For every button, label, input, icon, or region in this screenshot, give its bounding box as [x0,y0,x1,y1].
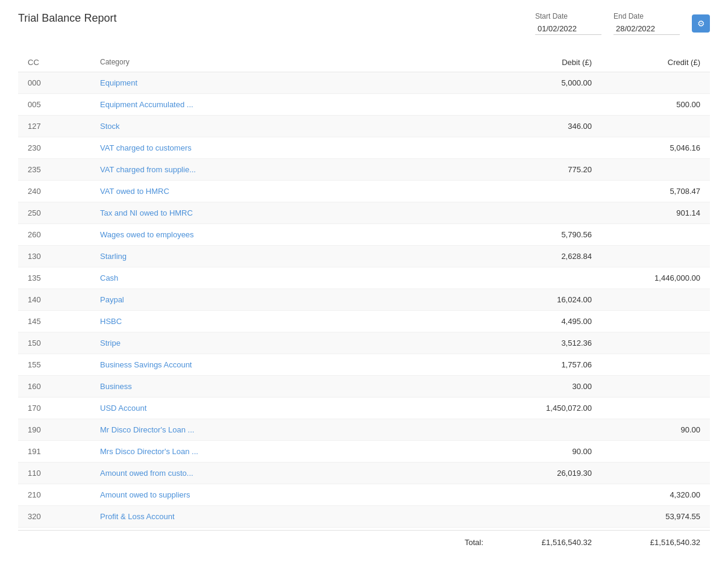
table-row: 005Equipment Accumulated ...500.00 [18,94,710,116]
row-cc: 005 [28,100,100,109]
row-cc: 230 [28,143,100,152]
row-category[interactable]: Amount owed to suppliers [100,490,483,499]
table-header: CC Category Debit (£) Credit (£) [18,53,710,72]
row-debit: 90.00 [483,447,592,456]
settings-button[interactable]: ⚙ [692,14,710,33]
row-debit: 5,790.56 [483,230,592,239]
row-cc: 000 [28,78,100,87]
row-cc: 260 [28,230,100,239]
footer-total-credit: £1,516,540.32 [592,538,700,547]
row-category[interactable]: Tax and NI owed to HMRC [100,208,483,217]
row-category[interactable]: Paypal [100,295,483,304]
row-cc: 170 [28,404,100,413]
row-debit: 30.00 [483,382,592,391]
page-title: Trial Balance Report [18,12,535,25]
table-row: 170USD Account1,450,072.00 [18,398,710,419]
table-row: 191Mrs Disco Director's Loan ...90.00 [18,441,710,463]
row-category[interactable]: Mr Disco Director's Loan ... [100,425,483,434]
table-row: 000Equipment5,000.00 [18,72,710,94]
gear-icon: ⚙ [697,19,705,28]
table-row: 210Amount owed to suppliers4,320.00 [18,484,710,506]
row-category[interactable]: Business Savings Account [100,360,483,369]
table-body: 000Equipment5,000.00005Equipment Accumul… [18,72,710,528]
row-cc: 110 [28,469,100,478]
row-debit: 1,757.06 [483,360,592,369]
row-category[interactable]: Starling [100,252,483,261]
row-category[interactable]: HSBC [100,317,483,326]
row-category[interactable]: VAT owed to HMRC [100,187,483,196]
table-row: 150Stripe3,512.36 [18,332,710,354]
row-category[interactable]: VAT charged from supplie... [100,165,483,174]
row-cc: 240 [28,187,100,196]
table-row: 127Stock346.00 [18,116,710,137]
row-cc: 150 [28,338,100,348]
start-date-group: Start Date [535,12,601,35]
table-row: 145HSBC4,495.00 [18,311,710,332]
row-credit: 5,046.16 [592,143,700,152]
row-credit: 500.00 [592,100,700,109]
row-credit: 5,708.47 [592,187,700,196]
row-cc: 235 [28,165,100,174]
footer-label: Total: [28,538,483,547]
row-debit: 346.00 [483,122,592,131]
header-cc: CC [28,58,100,67]
header-category: Category [100,58,483,67]
start-date-input[interactable] [535,23,601,35]
row-category[interactable]: Profit & Loss Account [100,512,483,521]
footer-total-debit: £1,516,540.32 [483,538,592,547]
table-row: 110Amount owed from custo...26,019.30 [18,463,710,484]
row-debit: 26,019.30 [483,469,592,478]
row-category[interactable]: Wages owed to employees [100,230,483,239]
header-debit: Debit (£) [483,58,592,67]
row-cc: 140 [28,295,100,304]
row-debit: 5,000.00 [483,78,592,87]
row-credit: 4,320.00 [592,490,700,499]
date-controls: Start Date End Date ⚙ [535,12,710,35]
row-category[interactable]: Equipment Accumulated ... [100,100,483,109]
table-row: 160Business30.00 [18,376,710,398]
end-date-label: End Date [613,12,680,20]
table-row: 260Wages owed to employees5,790.56 [18,224,710,246]
end-date-group: End Date [613,12,680,35]
row-category[interactable]: Equipment [100,78,483,87]
table-row: 320Profit & Loss Account53,974.55 [18,506,710,528]
table-row: 250Tax and NI owed to HMRC901.14 [18,202,710,224]
table-row: 135Cash1,446,000.00 [18,267,710,289]
row-credit: 1,446,000.00 [592,273,700,282]
row-cc: 191 [28,447,100,456]
table-row: 235VAT charged from supplie...775.20 [18,159,710,181]
row-cc: 130 [28,252,100,261]
table-row: 240VAT owed to HMRC5,708.47 [18,181,710,202]
row-credit: 90.00 [592,425,700,434]
row-category[interactable]: Cash [100,273,483,282]
table-row: 230VAT charged to customers5,046.16 [18,137,710,159]
row-category[interactable]: USD Account [100,404,483,413]
row-debit: 3,512.36 [483,338,592,348]
row-category[interactable]: Stock [100,122,483,131]
row-category[interactable]: Amount owed from custo... [100,469,483,478]
row-category[interactable]: Stripe [100,338,483,348]
row-cc: 210 [28,490,100,499]
table-row: 155Business Savings Account1,757.06 [18,354,710,376]
row-cc: 135 [28,273,100,282]
trial-balance-table: CC Category Debit (£) Credit (£) 000Equi… [18,53,710,554]
table-footer: Total: £1,516,540.32 £1,516,540.32 [18,530,710,554]
row-category[interactable]: Business [100,382,483,391]
row-cc: 250 [28,208,100,217]
table-row: 130Starling2,628.84 [18,246,710,267]
row-category[interactable]: VAT charged to customers [100,143,483,152]
row-cc: 155 [28,360,100,369]
row-credit: 53,974.55 [592,512,700,521]
row-cc: 127 [28,122,100,131]
row-cc: 160 [28,382,100,391]
table-row: 140Paypal16,024.00 [18,289,710,311]
end-date-input[interactable] [613,23,680,35]
row-cc: 320 [28,512,100,521]
row-debit: 775.20 [483,165,592,174]
header-credit: Credit (£) [592,58,700,67]
row-category[interactable]: Mrs Disco Director's Loan ... [100,447,483,456]
row-cc: 190 [28,425,100,434]
row-debit: 2,628.84 [483,252,592,261]
row-debit: 1,450,072.00 [483,404,592,413]
row-credit: 901.14 [592,208,700,217]
